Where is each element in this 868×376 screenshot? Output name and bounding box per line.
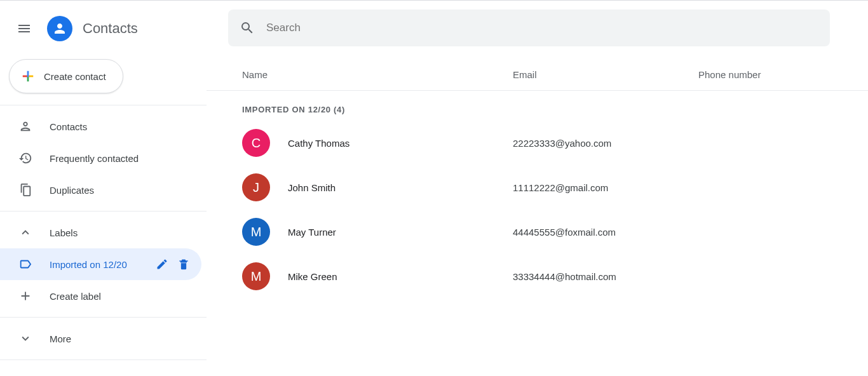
contact-email: 11112222@gmail.com [513, 182, 698, 193]
contact-name: John Smith [288, 182, 336, 193]
delete-label-button[interactable] [176, 257, 191, 272]
more-label: More [50, 333, 191, 344]
table-header: Name Email Phone number [207, 59, 868, 91]
nav-labels: Labels Imported on 12/20 [0, 211, 207, 318]
app-logo [47, 16, 72, 41]
contact-list: CCathy Thomas22223333@yahoo.comJJohn Smi… [207, 121, 868, 299]
column-name: Name [242, 69, 513, 80]
pencil-icon [156, 258, 168, 271]
cell-name: MMike Green [242, 262, 513, 290]
contact-email: 33334444@hotmail.com [513, 271, 698, 282]
search-bar[interactable] [228, 10, 830, 46]
svg-rect-4 [27, 76, 29, 77]
sidebar-item-duplicates[interactable]: Duplicates [0, 174, 201, 206]
nav-primary: Contacts Frequently contacted Duplicates [0, 105, 207, 211]
search-icon [240, 20, 255, 36]
column-email: Email [513, 69, 698, 80]
contact-email: 44445555@foxmail.com [513, 227, 698, 238]
cell-name: JJohn Smith [242, 173, 513, 201]
plus-small-icon [18, 288, 33, 304]
sidebar-item-label: Contacts [50, 121, 191, 132]
chevron-down-icon [18, 331, 33, 346]
table-row[interactable]: MMike Green33334444@hotmail.com [207, 254, 868, 299]
contact-email: 22223333@yahoo.com [513, 138, 698, 149]
sidebar-item-contacts[interactable]: Contacts [0, 111, 201, 142]
create-contact-button[interactable]: Create contact [9, 59, 123, 93]
sidebar-label-imported[interactable]: Imported on 12/20 [0, 248, 201, 280]
section-title: Imported on 12/20 (4) [207, 91, 868, 121]
labels-header-label: Labels [50, 227, 191, 238]
nav-more: More [0, 318, 207, 360]
avatar: C [242, 129, 270, 157]
chevron-up-icon [18, 225, 33, 240]
label-outline-icon [18, 257, 33, 272]
trash-icon [177, 258, 190, 271]
avatar: M [242, 218, 270, 246]
table-row[interactable]: CCathy Thomas22223333@yahoo.com [207, 121, 868, 165]
svg-rect-0 [23, 76, 27, 77]
search-input[interactable] [266, 22, 825, 34]
svg-rect-2 [27, 71, 29, 76]
main: Name Email Phone number Imported on 12/2… [207, 1, 868, 376]
edit-label-button[interactable] [154, 257, 170, 272]
create-label-label: Create label [50, 291, 191, 302]
sidebar-labels-header[interactable]: Labels [0, 217, 201, 248]
cell-name: CCathy Thomas [242, 129, 513, 157]
cell-name: MMay Turner [242, 218, 513, 246]
avatar: M [242, 262, 270, 290]
person-icon [52, 21, 67, 36]
sidebar-item-frequent[interactable]: Frequently contacted [0, 142, 201, 174]
sidebar: Contacts Create contact [0, 1, 207, 376]
column-phone: Phone number [698, 69, 868, 80]
plus-icon [21, 69, 35, 83]
table-row[interactable]: JJohn Smith11112222@gmail.com [207, 165, 868, 210]
person-outline-icon [18, 119, 33, 134]
create-contact-wrap: Create contact [0, 49, 207, 105]
hamburger-icon [17, 21, 32, 36]
duplicates-icon [18, 182, 33, 198]
contact-name: Mike Green [288, 271, 337, 282]
label-item-label: Imported on 12/20 [50, 259, 138, 270]
contact-name: May Turner [288, 227, 336, 238]
sidebar-header: Contacts [0, 8, 207, 49]
svg-rect-1 [29, 76, 33, 77]
sidebar-more[interactable]: More [0, 323, 201, 354]
history-icon [18, 151, 33, 166]
sidebar-create-label[interactable]: Create label [0, 280, 201, 312]
sidebar-item-label: Duplicates [50, 185, 191, 196]
table-row[interactable]: MMay Turner44445555@foxmail.com [207, 210, 868, 254]
contact-name: Cathy Thomas [288, 138, 349, 149]
svg-rect-3 [27, 77, 29, 81]
sidebar-item-label: Frequently contacted [50, 153, 191, 164]
label-actions [154, 257, 191, 272]
avatar: J [242, 173, 270, 201]
menu-button[interactable] [9, 13, 39, 44]
create-contact-label: Create contact [44, 71, 106, 82]
app-title: Contacts [83, 20, 138, 37]
